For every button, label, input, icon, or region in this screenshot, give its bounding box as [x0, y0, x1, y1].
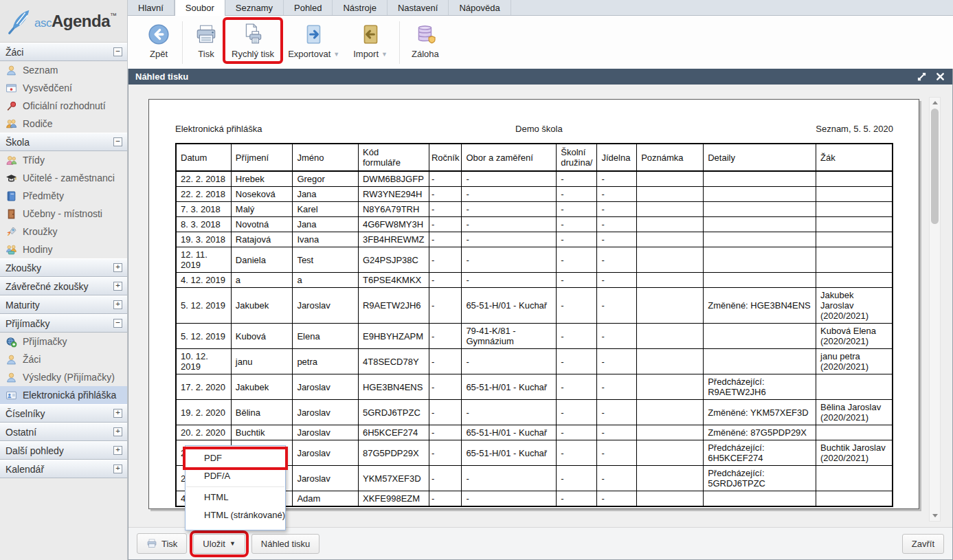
table-cell	[637, 324, 704, 349]
sidebar-item-tridy[interactable]: Třídy	[0, 151, 127, 169]
table-cell: a	[293, 273, 359, 288]
class-icon	[5, 155, 17, 166]
sidebar-section-prijimacky[interactable]: Přijímačky−	[0, 314, 127, 333]
sidebar-item-ucitele-zamestnanci[interactable]: Učitelé - zaměstnanci	[0, 169, 127, 187]
table-cell: Novotná	[231, 217, 293, 232]
table-cell: 5GRDJ6TPZC	[358, 400, 429, 425]
tab-hlavni[interactable]: Hlavní	[128, 0, 175, 15]
sidebar-item-hodiny[interactable]: Hodiny	[0, 240, 127, 258]
table-cell: Bělina	[231, 400, 293, 425]
expand-icon[interactable]: +	[113, 464, 122, 473]
table-cell: -	[597, 171, 637, 187]
expand-icon[interactable]: +	[113, 300, 122, 309]
backup-button[interactable]: Záloha	[405, 19, 446, 62]
tab-soubor[interactable]: Soubor	[175, 0, 225, 16]
sidebar-section-zaverecne-zkousky[interactable]: Závěrečné zkoušky+	[0, 277, 127, 295]
collapse-icon[interactable]: −	[113, 137, 122, 146]
table-cell: Bělina Jaroslav (2020/2021)	[816, 400, 893, 425]
tab-nastaveni[interactable]: Nastavení	[388, 0, 449, 15]
sidebar-item-seznam[interactable]: Seznam	[0, 61, 127, 79]
menu-item-pdf-a[interactable]: PDF/A	[186, 467, 285, 485]
save-button[interactable]: Uložit ▼	[193, 534, 245, 554]
expand-icon[interactable]: +	[113, 409, 122, 418]
table-row: 22. 2. 2018HrebekGregorDWM6B8JGFP----	[176, 171, 893, 187]
table-cell: Test	[293, 247, 359, 273]
table-cell: 65-51-H/01 - Kuchař	[462, 288, 557, 324]
sidebar-item-elektronicka-prihlaska[interactable]: Elektronická přihláška	[0, 386, 127, 404]
collapse-icon[interactable]: −	[113, 319, 122, 328]
logo-name: Agenda	[52, 12, 110, 30]
sidebar-section-label: Další pohledy	[5, 445, 64, 456]
toolbar-separator	[182, 21, 183, 64]
sidebar-section-kalendar[interactable]: Kalendář+	[0, 460, 127, 478]
menu-item-pdf[interactable]: PDF	[186, 449, 285, 467]
sidebar-item-oficialni-rozhodnuti[interactable]: Oficiální rozhodnutí	[0, 97, 127, 115]
sidebar-section-maturity[interactable]: Maturity+	[0, 295, 127, 314]
back-button[interactable]: Zpět	[140, 19, 177, 62]
table-cell: -	[557, 425, 597, 440]
table-cell: Kubová Elena (2020/2021)	[816, 324, 893, 349]
expand-icon[interactable]: +	[113, 282, 122, 291]
expand-icon[interactable]: +	[113, 427, 122, 436]
export-button[interactable]: Exportovat▼	[281, 19, 346, 62]
sidebar-item-krouzky[interactable]: Kroužky	[0, 223, 127, 240]
sidebar-section-zkousky[interactable]: Zkoušky+	[0, 258, 127, 277]
arrow-up-icon	[932, 101, 938, 104]
table-row: 19. 3. 2018RatajováIvana3FB4HREWMZ----	[176, 232, 893, 247]
table-cell: Adam	[293, 491, 359, 507]
sidebar-item-vysledky-prijimacky[interactable]: Výsledky (Přijímačky)	[0, 368, 127, 386]
collapse-icon[interactable]: −	[113, 47, 122, 56]
table-cell: Karel	[293, 202, 359, 217]
scrollbar-thumb[interactable]	[931, 109, 939, 224]
resize-icon[interactable]	[917, 71, 927, 82]
print-button[interactable]: Tisk	[137, 533, 187, 554]
table-cell: T6PSE4KMKX	[358, 273, 429, 288]
table-cell	[637, 491, 704, 507]
sidebar-section-zaci[interactable]: Žáci−	[0, 43, 127, 61]
sidebar-section-label: Kalendář	[5, 464, 44, 475]
sidebar-section-skola[interactable]: Škola−	[0, 133, 127, 151]
menu-item-html-strankovane[interactable]: HTML (stránkované)	[186, 506, 285, 524]
scroll-up-button[interactable]	[930, 98, 940, 108]
sidebar-item-label: Třídy	[23, 155, 45, 166]
table-cell: -	[429, 349, 461, 374]
close-button[interactable]: Zavřít	[902, 534, 944, 554]
sidebar-item-prijimacky[interactable]: Přijímačky	[0, 333, 127, 350]
sidebar-item-label: Vysvědčení	[23, 82, 72, 93]
scroll-down-button[interactable]	[930, 511, 940, 521]
column-header-prijmeni: Příjmení	[231, 144, 293, 171]
import-button[interactable]: Import▼	[346, 19, 394, 62]
sidebar-section-ostatni[interactable]: Ostatní+	[0, 423, 127, 441]
close-icon[interactable]	[935, 71, 945, 82]
sidebar-item-ucebny-mistnosti[interactable]: Učebny - místnosti	[0, 205, 127, 223]
table-cell: -	[429, 324, 461, 349]
menu-item-html[interactable]: HTML	[186, 489, 285, 506]
preview-button[interactable]: Náhled tisku	[251, 534, 320, 554]
table-cell: Elena	[293, 324, 359, 349]
tab-pohled[interactable]: Pohled	[284, 0, 333, 15]
table-cell	[816, 247, 893, 273]
print-preview-dialog: Náhled tisku Elektronická přihláška Demo…	[128, 69, 953, 560]
tab-seznamy[interactable]: Seznamy	[225, 0, 284, 15]
table-row: 20. 2. 2020BuchtikJaroslav6H5KCEF274-65-…	[176, 425, 893, 440]
sidebar-item-rodice[interactable]: Rodiče	[0, 115, 127, 133]
sidebar-item-vysvedceni[interactable]: Vysvědčení	[0, 79, 127, 97]
table-cell: -	[597, 491, 637, 507]
tab-nastroje[interactable]: Nástroje	[333, 0, 387, 15]
table-cell	[637, 187, 704, 202]
tab-napoveda[interactable]: Nápověda	[449, 0, 511, 15]
table-cell: -	[557, 202, 597, 217]
sidebar-section-ciselniky[interactable]: Číselníky+	[0, 404, 127, 423]
sidebar-item-predmety[interactable]: Předměty	[0, 187, 127, 205]
expand-icon[interactable]: +	[113, 446, 122, 455]
quick-print-button[interactable]: Rychlý tisk	[225, 19, 281, 62]
sidebar-item-zaci[interactable]: Žáci	[0, 350, 127, 368]
column-header-zak: Žák	[816, 144, 893, 171]
table-cell	[704, 247, 816, 273]
table-cell	[816, 466, 893, 491]
table-cell: -	[462, 349, 557, 374]
table-cell	[704, 349, 816, 374]
print-button[interactable]: Tisk	[188, 19, 225, 62]
expand-icon[interactable]: +	[113, 263, 122, 272]
sidebar-section-dalsi-pohledy[interactable]: Další pohledy+	[0, 441, 127, 460]
